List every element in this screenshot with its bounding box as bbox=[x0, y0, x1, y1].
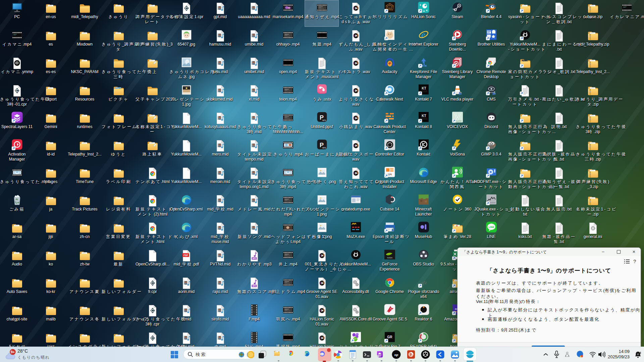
svg-text:np: np bbox=[394, 353, 398, 357]
svg-text:P: P bbox=[410, 353, 412, 357]
svg-text:z: z bbox=[640, 351, 641, 354]
svg-text:9+: 9+ bbox=[11, 350, 15, 354]
svg-text:z: z bbox=[637, 353, 639, 355]
